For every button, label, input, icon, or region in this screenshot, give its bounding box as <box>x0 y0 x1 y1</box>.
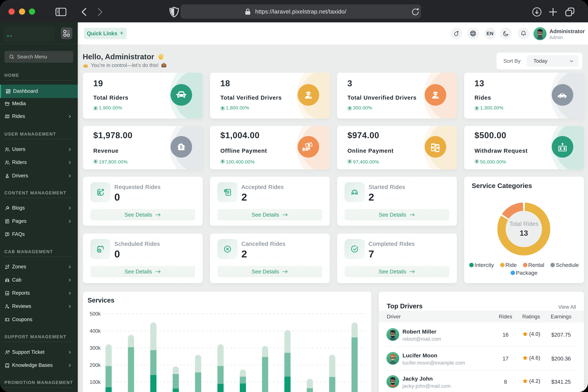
svg-text:$: $ <box>180 144 182 150</box>
svg-text:$: $ <box>434 146 436 150</box>
